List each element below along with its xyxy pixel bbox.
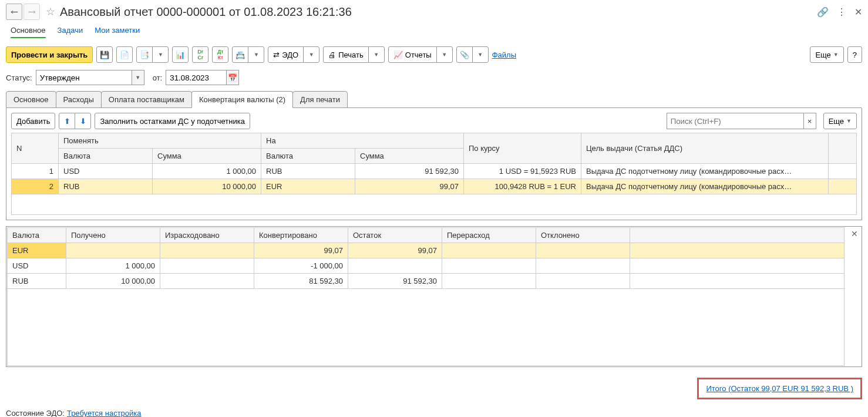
summary-row[interactable]: USD 1 000,00 -1 000,00 <box>8 258 845 274</box>
create-based-on-dropdown[interactable]: ▼ <box>152 46 169 63</box>
status-select[interactable] <box>36 70 132 85</box>
from-date-input[interactable] <box>166 70 227 85</box>
total-highlight: Итого (Остаток 99,07 EUR 91 592,3 RUB ) <box>697 378 862 399</box>
doc-plus-icon: 📑 <box>140 51 149 59</box>
conversion-grid[interactable]: N Поменять На По курсу Цель выдачи (Стат… <box>11 133 857 215</box>
subtab-main[interactable]: Основное <box>11 26 46 38</box>
edo-icon: ⇄ <box>273 51 280 59</box>
col-from: Поменять <box>59 133 261 149</box>
floppy-icon: 💾 <box>100 51 109 59</box>
close-icon[interactable]: ✕ <box>854 6 862 18</box>
attach-button[interactable]: 📎 <box>456 46 473 63</box>
chevron-down-icon: ▼ <box>374 52 379 58</box>
tab-supplier-payment[interactable]: Оплата поставщикам <box>101 91 192 108</box>
chevron-down-icon: ▼ <box>477 52 483 58</box>
col-from-currency: Валюта <box>59 149 153 164</box>
reports-icon: 📈 <box>393 51 403 59</box>
more-menu-icon[interactable]: ⋮ <box>837 6 846 18</box>
move-down-button[interactable]: ⬇ <box>75 113 91 129</box>
fill-balances-button[interactable]: Заполнить остатками ДС у подотчетника <box>95 113 250 129</box>
chevron-down-icon: ▼ <box>309 52 314 58</box>
col-rate: По курсу <box>464 133 581 164</box>
page-title: Авансовый отчет 0000-000001 от 01.08.202… <box>60 5 352 19</box>
printer-icon: 🖨 <box>328 51 336 59</box>
edo-setup-link[interactable]: Требуется настройка <box>67 409 142 417</box>
scol-converted: Конвертировано <box>254 228 348 243</box>
calendar-button[interactable]: 📅 <box>227 70 239 85</box>
envelope-dropdown[interactable]: ▼ <box>248 46 264 63</box>
total-link[interactable]: Итого (Остаток 99,07 EUR 91 592,3 RUB ) <box>706 384 853 393</box>
dtkt-button[interactable]: ДтКт <box>212 46 228 63</box>
edo-button[interactable]: ⇄ ЭДО <box>268 46 304 63</box>
reports-button[interactable]: 📈 Отчеты <box>388 46 437 63</box>
edo-dropdown[interactable]: ▼ <box>303 46 319 63</box>
dtcr-icon: DrCr <box>198 49 204 60</box>
scol-balance: Остаток <box>348 228 442 243</box>
forward-button[interactable]: 🡒 <box>23 4 40 20</box>
dtcr-button[interactable]: DrCr <box>192 46 208 63</box>
summary-grid[interactable]: Валюта Получено Израсходовано Конвертиро… <box>7 227 845 289</box>
dtkt-icon: ДтКт <box>217 49 223 60</box>
tab-expenses[interactable]: Расходы <box>56 91 102 108</box>
back-button[interactable]: 🡐 <box>6 4 22 20</box>
chevron-down-icon: ▼ <box>158 52 163 58</box>
reports-dropdown[interactable]: ▼ <box>436 46 453 63</box>
grid-more-button[interactable]: Еще ▼ <box>823 113 857 129</box>
col-to-sum: Сумма <box>355 149 464 164</box>
attach-dropdown[interactable]: ▼ <box>472 46 489 63</box>
subtab-tasks[interactable]: Задачи <box>58 26 83 38</box>
chevron-down-icon: ▼ <box>442 52 447 58</box>
scol-received: Получено <box>66 228 160 243</box>
envelope-button[interactable]: 📇 <box>232 46 248 63</box>
move-up-button[interactable]: ⬆ <box>59 113 75 129</box>
chevron-down-icon: ▼ <box>846 118 852 124</box>
scol-spent: Израсходовано <box>160 228 254 243</box>
envelope-icon: 📇 <box>235 51 245 59</box>
help-button[interactable]: ? <box>847 46 862 63</box>
status-dropdown[interactable]: ▼ <box>132 70 144 85</box>
scol-declined: Отклонено <box>536 228 630 243</box>
post-icon: 📄 <box>120 51 129 59</box>
calendar-icon: 📅 <box>228 73 237 82</box>
col-to-currency: Валюта <box>261 149 355 164</box>
summary-row[interactable]: EUR 99,07 99,07 <box>8 243 845 258</box>
chevron-down-icon: ▼ <box>135 75 140 80</box>
search-input[interactable] <box>667 113 804 129</box>
create-based-on-button[interactable]: 📑 <box>136 46 153 63</box>
col-purpose: Цель выдачи (Статья ДДС) <box>581 133 829 164</box>
files-link[interactable]: Файлы <box>492 51 516 59</box>
tab-for-print[interactable]: Для печати <box>292 91 348 108</box>
star-icon[interactable]: ☆ <box>46 5 55 18</box>
paperclip-icon: 📎 <box>460 51 469 59</box>
summary-row[interactable]: RUB 10 000,00 81 592,30 91 592,30 <box>8 274 845 289</box>
search-clear-button[interactable]: × <box>804 113 816 129</box>
chevron-down-icon: ▼ <box>833 52 839 58</box>
post-button[interactable]: 📄 <box>116 46 133 63</box>
more-button[interactable]: Еще ▼ <box>810 46 843 63</box>
grid-row[interactable]: 2 RUB 10 000,00 EUR 99,07 100,9428 RUB =… <box>12 179 857 194</box>
summary-close-button[interactable]: ✕ <box>851 229 858 238</box>
add-button[interactable]: Добавить <box>11 113 55 129</box>
grid-row[interactable]: 1 USD 1 000,00 RUB 91 592,30 1 USD = 91,… <box>12 164 857 179</box>
save-button[interactable]: 💾 <box>96 46 113 63</box>
link-icon[interactable]: 🔗 <box>817 6 829 18</box>
structure-button[interactable]: 📊 <box>172 46 189 63</box>
from-label: от: <box>153 73 163 82</box>
print-dropdown[interactable]: ▼ <box>368 46 385 63</box>
arrow-up-icon: ⬆ <box>64 117 70 126</box>
chevron-down-icon: ▼ <box>254 52 259 58</box>
scol-currency: Валюта <box>8 228 66 243</box>
tab-currency-conversion[interactable]: Конвертация валюты (2) <box>191 91 293 108</box>
edo-status-label: Состояние ЭДО: <box>6 409 65 417</box>
col-n: N <box>12 133 59 164</box>
print-button[interactable]: 🖨 Печать <box>323 46 369 63</box>
col-to: На <box>261 133 464 149</box>
post-close-button[interactable]: Провести и закрыть <box>6 46 93 63</box>
hierarchy-icon: 📊 <box>176 51 185 59</box>
subtab-notes[interactable]: Мои заметки <box>95 26 140 38</box>
arrow-down-icon: ⬇ <box>80 117 86 126</box>
status-label: Статус: <box>6 73 32 82</box>
col-scroll <box>829 133 857 164</box>
tab-main[interactable]: Основное <box>6 91 56 108</box>
scol-overspend: Перерасход <box>442 228 536 243</box>
